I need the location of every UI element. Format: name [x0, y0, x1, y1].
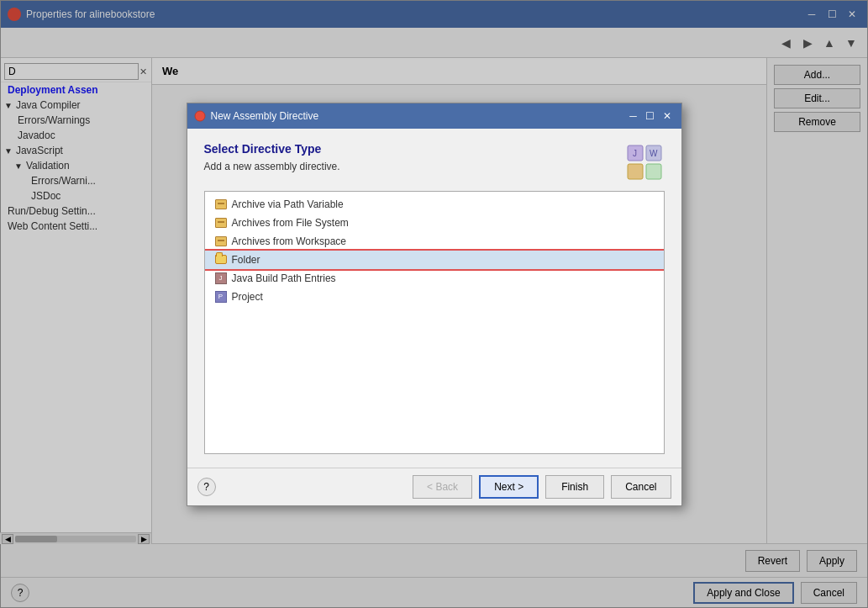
- main-window: Properties for alinebookstore ─ ☐ ✕ ◀ ▶ …: [0, 0, 868, 608]
- assembly-icon-svg: J W: [624, 142, 665, 182]
- dialog-header-subtitle: Add a new assembly directive.: [204, 161, 340, 172]
- project-icon: P: [215, 291, 227, 303]
- dialog-footer-right: < Back Next > Finish Cancel: [413, 475, 671, 499]
- dialog-eclipse-icon: [194, 110, 206, 122]
- archive-filesystem-icon: [215, 218, 227, 228]
- directive-archives-filesystem[interactable]: Archives from File System: [205, 214, 664, 232]
- directive-java-build-path[interactable]: J Java Build Path Entries: [205, 269, 664, 288]
- dialog-minimize-button[interactable]: ─: [626, 108, 641, 124]
- svg-text:W: W: [650, 149, 658, 158]
- assembly-directive-icon: J W: [624, 142, 665, 182]
- dialog-overlay: New Assembly Directive ─ ☐ ✕ Select Dire…: [0, 0, 868, 608]
- svg-rect-3: [628, 164, 643, 179]
- dialog-maximize-button[interactable]: ☐: [643, 108, 658, 124]
- dialog-header-text: Select Directive Type Add a new assembly…: [204, 142, 340, 172]
- java-build-path-icon: J: [215, 272, 227, 284]
- directive-project[interactable]: P Project: [205, 288, 664, 306]
- dialog-content: Select Directive Type Add a new assembly…: [187, 129, 681, 468]
- directive-archive-path[interactable]: Archive via Path Variable: [205, 195, 664, 214]
- directive-list: Archive via Path Variable Archives from …: [204, 191, 665, 454]
- archive-workspace-icon: [215, 236, 227, 246]
- dialog-header: Select Directive Type Add a new assembly…: [204, 142, 665, 182]
- archive-path-icon: [215, 199, 227, 209]
- dialog-title-bar: New Assembly Directive ─ ☐ ✕: [187, 103, 681, 129]
- svg-point-0: [195, 111, 205, 121]
- dialog-close-button[interactable]: ✕: [660, 108, 675, 124]
- svg-text:J: J: [633, 149, 637, 158]
- folder-icon: [215, 255, 227, 264]
- dialog-finish-button[interactable]: Finish: [545, 475, 604, 499]
- svg-rect-4: [646, 164, 661, 179]
- dialog-next-button[interactable]: Next >: [479, 475, 539, 499]
- dialog-title-buttons: ─ ☐ ✕: [626, 108, 675, 124]
- new-assembly-dialog: New Assembly Directive ─ ☐ ✕ Select Dire…: [187, 103, 682, 506]
- directive-folder[interactable]: Folder: [205, 251, 664, 269]
- dialog-back-button[interactable]: < Back: [413, 475, 472, 499]
- dialog-title-left: New Assembly Directive: [194, 110, 319, 122]
- dialog-footer: ? < Back Next > Finish Cancel: [187, 468, 681, 505]
- dialog-help-button[interactable]: ?: [197, 478, 216, 496]
- dialog-cancel-button[interactable]: Cancel: [611, 475, 671, 499]
- directive-archives-workspace[interactable]: Archives from Workspace: [205, 232, 664, 251]
- dialog-header-title: Select Directive Type: [204, 142, 340, 156]
- dialog-footer-left: ?: [197, 478, 216, 496]
- dialog-title-text: New Assembly Directive: [211, 110, 319, 122]
